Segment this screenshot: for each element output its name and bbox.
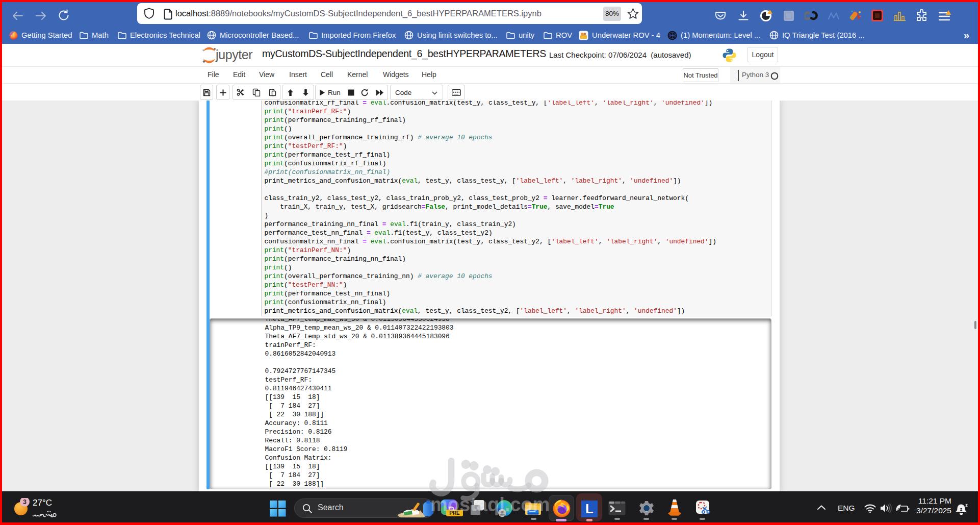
svg-text:z: z: [960, 507, 963, 512]
svg-text:PRE: PRE: [449, 510, 460, 516]
svg-text:3: 3: [23, 498, 27, 506]
svg-text:z: z: [965, 503, 968, 508]
